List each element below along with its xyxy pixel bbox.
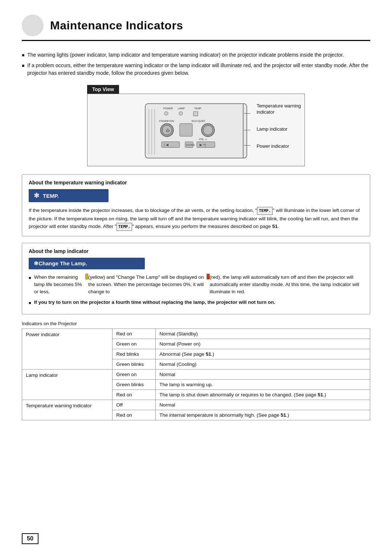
svg-text:⏻: ⏻ <box>166 128 170 132</box>
temp-section: About the temperature warning indicator … <box>22 174 370 236</box>
label-power-indicator: Power indicator <box>257 143 301 150</box>
icon-yellow <box>85 274 88 279</box>
temp-section-body: If the temperature inside the projector … <box>29 207 363 231</box>
intro-list: The warning lights (power indicator, lam… <box>22 51 370 77</box>
table-section: Indicators on the Projector Power indica… <box>22 321 370 420</box>
table-row: Power indicator Red on Normal (Standby) <box>22 328 370 339</box>
lamp-bullet-1: When the remaining lamp life becomes 5% … <box>29 274 363 296</box>
status-lamp-green-on: Green on <box>113 369 156 379</box>
temp-section-title: About the temperature warning indicator <box>29 180 363 185</box>
top-view-container: Top View POWER LAMP TEMP. STANDBY/ON <box>22 85 370 166</box>
page-title: Maintenance Indicators <box>50 19 183 32</box>
table-title: Indicators on the Projector <box>22 321 370 326</box>
svg-text:ECO+QUIET: ECO+QUIET <box>192 120 205 123</box>
status-temp-red-on: Red on <box>113 410 156 420</box>
svg-text:LAMP: LAMP <box>178 107 185 110</box>
flame-icon: ✻ <box>34 192 39 200</box>
label-temp-warning: Temperature warningindicator <box>257 103 301 115</box>
desc-lamp-warming: The lamp is warming up. <box>156 379 370 389</box>
temp-bar-text: TEMP. <box>43 193 59 199</box>
diagram-area: POWER LAMP TEMP. STANDBY/ON ECO+QUIET ⏻ <box>87 94 305 166</box>
svg-text:VOL ◁: VOL ◁ <box>199 138 207 140</box>
page-number: 50 <box>22 533 38 544</box>
status-lamp-red-on: Red on <box>113 389 156 400</box>
temp-indicator-bar: ✻ TEMP. <box>29 189 109 202</box>
temp-badge-inline-1: TEMP. <box>257 207 273 215</box>
diagram-labels: Temperature warningindicator Lamp indica… <box>257 103 301 150</box>
desc-normal-cooling: Normal (Cooling) <box>156 359 370 369</box>
lamp-icon: ✻ <box>34 260 38 267</box>
svg-text:POWER: POWER <box>163 107 173 110</box>
top-view-label: Top View <box>87 85 119 94</box>
page-ref-51-3: 51 <box>281 412 286 418</box>
svg-point-16 <box>203 126 213 135</box>
svg-text:STANDBY/ON: STANDBY/ON <box>159 120 174 122</box>
svg-point-7 <box>164 112 168 115</box>
page-ref-51-1: 51 <box>206 351 211 357</box>
svg-text:ENTER: ENTER <box>186 144 195 146</box>
lamp-section-list: When the remaining lamp life becomes 5% … <box>29 274 363 306</box>
status-temp-off: Off <box>113 400 156 410</box>
svg-text:TEMP.: TEMP. <box>194 107 202 110</box>
desc-normal-standby: Normal (Standby) <box>156 328 370 339</box>
svg-text:| ◀: | ◀ <box>164 143 168 147</box>
svg-text:▶ +|: ▶ +| <box>200 143 206 147</box>
status-lamp-green-blinks: Green blinks <box>113 379 156 389</box>
indicators-table: Power indicator Red on Normal (Standby) … <box>22 328 370 420</box>
status-red-blinks: Red blinks <box>113 349 156 359</box>
table-row: Temperature warning indicator Off Normal <box>22 400 370 410</box>
desc-abnormal: Abnormal (See page 51.) <box>156 349 370 359</box>
table-row: Lamp indicator Green on Normal <box>22 369 370 379</box>
lamp-indicator-bar: ✻ Change The Lamp. <box>29 258 145 269</box>
power-indicator-category: Power indicator <box>22 328 113 369</box>
svg-rect-9 <box>193 112 198 116</box>
title-circle-decoration <box>22 15 44 36</box>
temp-page-ref: 51 <box>272 224 278 229</box>
top-view-box: Top View POWER LAMP TEMP. STANDBY/ON <box>87 85 305 166</box>
title-area: Maintenance Indicators <box>22 15 370 41</box>
desc-temp-high: The internal temperature is abnormally h… <box>156 410 370 420</box>
lamp-bar-text: Change The Lamp. <box>38 260 87 266</box>
lamp-indicator-category: Lamp indicator <box>22 369 113 400</box>
status-red-on: Red on <box>113 328 156 339</box>
intro-bullet-1: The warning lights (power indicator, lam… <box>22 51 370 59</box>
desc-lamp-shutdown: The lamp is shut down abnormally or requ… <box>156 389 370 400</box>
page-ref-51-2: 51 <box>318 392 323 397</box>
svg-point-8 <box>179 112 183 115</box>
lamp-section-title: About the lamp indicator <box>29 248 363 254</box>
icon-red <box>207 274 209 279</box>
status-green-on: Green on <box>113 339 156 349</box>
desc-lamp-normal: Normal <box>156 369 370 379</box>
label-lamp-indicator: Lamp indicator <box>257 126 301 132</box>
desc-temp-normal: Normal <box>156 400 370 410</box>
intro-bullet-2: If a problem occurs, either the temperat… <box>22 62 370 77</box>
desc-normal-power-on: Normal (Power on) <box>156 339 370 349</box>
lamp-bullet-2: If you try to turn on the projector a fo… <box>29 299 363 306</box>
status-green-blinks: Green blinks <box>113 359 156 369</box>
svg-rect-18 <box>180 124 192 136</box>
lamp-section: About the lamp indicator ✻ Change The La… <box>22 243 370 314</box>
projector-diagram-svg: POWER LAMP TEMP. STANDBY/ON ECO+QUIET ⏻ <box>138 97 254 163</box>
temp-badge-inline-2: TEMP. <box>117 223 132 231</box>
temp-indicator-category: Temperature warning indicator <box>22 400 113 420</box>
